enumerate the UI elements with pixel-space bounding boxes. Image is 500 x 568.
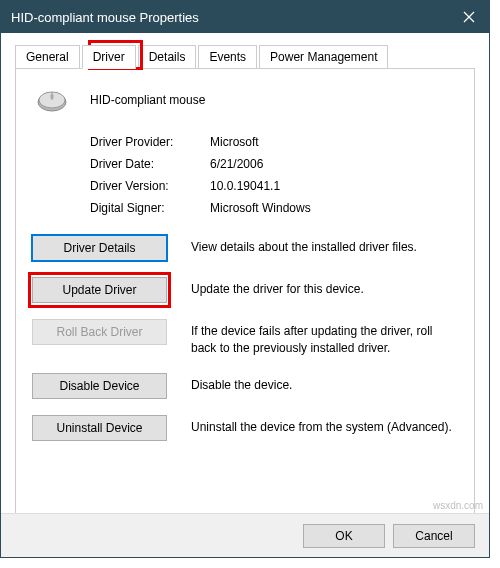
rollback-driver-button: Roll Back Driver [32,319,167,345]
driver-details-desc: View details about the installed driver … [191,235,417,256]
tab-general[interactable]: General [15,45,80,68]
update-driver-button[interactable]: Update Driver [32,277,167,303]
cancel-button[interactable]: Cancel [393,524,475,548]
window-title: HID-compliant mouse Properties [11,10,449,25]
version-label: Driver Version: [90,179,210,193]
close-button[interactable] [449,1,489,33]
tab-details[interactable]: Details [138,45,197,68]
svg-rect-5 [51,94,54,99]
device-name: HID-compliant mouse [90,93,205,107]
driver-details-button[interactable]: Driver Details [32,235,167,261]
signer-label: Digital Signer: [90,201,210,215]
properties-dialog: HID-compliant mouse Properties General D… [0,0,490,558]
tab-strip: General Driver Details Events Power Mana… [15,45,475,69]
uninstall-device-desc: Uninstall the device from the system (Ad… [191,415,452,436]
mouse-icon [32,85,72,115]
uninstall-device-button[interactable]: Uninstall Device [32,415,167,441]
dialog-footer: OK Cancel [1,513,489,557]
driver-info: Driver Provider: Microsoft Driver Date: … [90,135,458,215]
tab-power-management[interactable]: Power Management [259,45,388,68]
tab-events[interactable]: Events [198,45,257,68]
date-label: Driver Date: [90,157,210,171]
tab-driver[interactable]: Driver [82,45,136,69]
watermark: wsxdn.com [433,500,483,511]
rollback-driver-desc: If the device fails after updating the d… [191,319,458,357]
driver-tab-panel: HID-compliant mouse Driver Provider: Mic… [15,69,475,517]
disable-device-button[interactable]: Disable Device [32,373,167,399]
close-icon [463,11,475,23]
date-value: 6/21/2006 [210,157,263,171]
signer-value: Microsoft Windows [210,201,311,215]
titlebar: HID-compliant mouse Properties [1,1,489,33]
version-value: 10.0.19041.1 [210,179,280,193]
update-driver-desc: Update the driver for this device. [191,277,364,298]
provider-value: Microsoft [210,135,259,149]
provider-label: Driver Provider: [90,135,210,149]
ok-button[interactable]: OK [303,524,385,548]
disable-device-desc: Disable the device. [191,373,292,394]
